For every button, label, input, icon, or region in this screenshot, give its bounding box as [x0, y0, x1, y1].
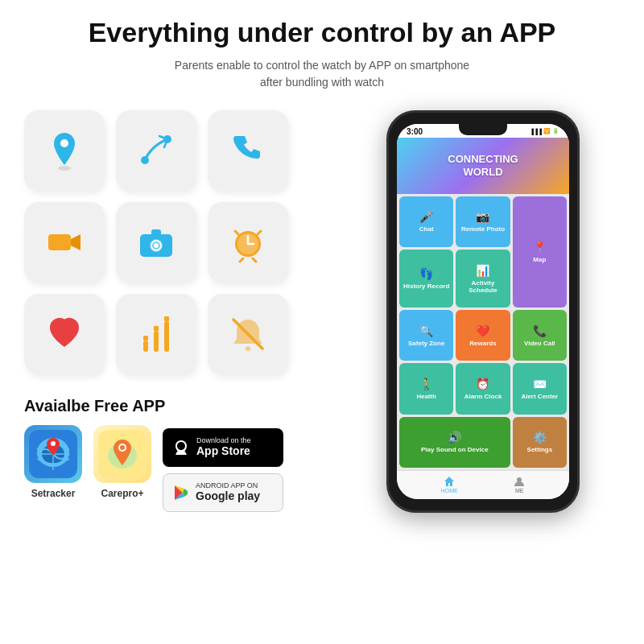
googleplay-small: ANDROID APP ON: [196, 482, 260, 489]
phone-tile-rewards[interactable]: ❤️ Rewards: [456, 310, 510, 361]
right-side: 3:00 ▐▐▐ 🛜 🔋 CONNECTING WORLD: [346, 110, 620, 513]
svg-line-15: [235, 231, 238, 234]
nav-home[interactable]: HOME: [441, 476, 458, 493]
googleplay-big: Google play: [196, 489, 260, 503]
alert-label: Alert Center: [521, 393, 558, 400]
icon-tile-no-bell: [208, 294, 288, 374]
icon-tile-video: [24, 202, 105, 283]
safety-label: Safety Zone: [408, 340, 444, 347]
svg-line-17: [240, 258, 243, 262]
phone-mockup: 3:00 ▐▐▐ 🛜 🔋 CONNECTING WORLD: [386, 110, 580, 513]
phone-bottom-nav: HOME ME: [397, 470, 569, 499]
phone-notch: [459, 124, 507, 135]
phone-app-title: CONNECTING WORLD: [448, 153, 518, 178]
svg-rect-22: [154, 326, 159, 331]
map-label: Map: [533, 256, 546, 263]
icon-tile-camera: [116, 202, 196, 283]
phone-app-grid: 🎤 Chat 📷 Remote Photo 📍 Map: [397, 194, 569, 470]
carepro-app: Carepro+: [93, 425, 151, 499]
phone-time: 3:00: [407, 127, 423, 136]
activity-label: Activity Schedule: [459, 279, 506, 294]
phone-tile-safety[interactable]: 🔍 Safety Zone: [399, 310, 453, 361]
appstore-big: App Store: [196, 444, 251, 458]
svg-rect-4: [48, 234, 71, 250]
chat-icon: 🎤: [419, 210, 433, 223]
play-sound-icon: 🔊: [448, 431, 461, 444]
alarm-label: Alarm Clock: [464, 393, 502, 400]
appstore-button[interactable]: Download on the App Store: [163, 428, 283, 467]
main-container: Everything under control by an APP Paren…: [0, 0, 644, 644]
battery-icon: 🔋: [552, 128, 559, 134]
svg-point-1: [60, 139, 68, 147]
svg-rect-20: [143, 336, 148, 341]
setracker-label: Setracker: [31, 488, 76, 499]
phone-app-header: CONNECTING WORLD: [397, 138, 569, 194]
icon-tile-location: [24, 110, 105, 191]
remote-photo-label: Remote Photo: [461, 225, 505, 233]
nav-me-label: ME: [515, 488, 524, 493]
phone-screen: 3:00 ▐▐▐ 🛜 🔋 CONNECTING WORLD: [397, 124, 569, 499]
svg-point-9: [154, 243, 159, 248]
headline: Everything under control by an APP: [24, 16, 620, 49]
settings-label: Settings: [527, 446, 553, 453]
svg-rect-21: [154, 331, 159, 352]
phone-tile-play-sound[interactable]: 🔊 Play Sound on Device: [399, 417, 510, 468]
history-label: History Record: [403, 283, 449, 290]
carepro-label: Carepro+: [101, 488, 143, 499]
icons-grid: [24, 110, 330, 374]
svg-rect-19: [143, 341, 148, 352]
nav-me[interactable]: ME: [514, 476, 525, 493]
phone-tile-video-call[interactable]: 📞 Video Call: [513, 310, 567, 361]
nav-home-label: HOME: [441, 488, 458, 493]
setracker-logo: [24, 425, 82, 483]
icon-tile-route: [116, 110, 196, 191]
alert-icon: ✉️: [533, 378, 547, 390]
history-icon: 👣: [419, 267, 433, 280]
available-section: Avaialbe Free APP: [24, 397, 330, 512]
rewards-icon: ❤️: [476, 324, 489, 337]
googleplay-text: ANDROID APP ON Google play: [196, 482, 260, 503]
left-side: Avaialbe Free APP: [24, 110, 330, 513]
content-area: Avaialbe Free APP: [24, 110, 620, 513]
carepro-logo: [93, 425, 151, 483]
phone-status-icons: ▐▐▐ 🛜 🔋: [530, 128, 559, 134]
setracker-app: Setracker: [24, 425, 82, 499]
svg-point-25: [246, 346, 250, 351]
phone-tile-activity[interactable]: 📊 Activity Schedule: [456, 250, 510, 308]
rewards-label: Rewards: [469, 340, 496, 347]
phone-tile-health[interactable]: 🚶 Health: [399, 363, 453, 414]
svg-rect-23: [164, 321, 169, 352]
svg-line-18: [253, 258, 256, 262]
store-buttons: Download on the App Store: [163, 428, 283, 512]
wifi-icon: 🛜: [543, 128, 551, 134]
available-title: Avaialbe Free APP: [24, 397, 330, 415]
svg-marker-5: [71, 234, 80, 250]
appstore-text: Download on the App Store: [196, 437, 251, 458]
activity-icon: 📊: [476, 264, 489, 277]
available-row: Setracker: [24, 425, 330, 512]
phone-tile-alert[interactable]: ✉️ Alert Center: [513, 363, 567, 414]
safety-icon: 🔍: [419, 324, 433, 337]
health-label: Health: [416, 393, 436, 400]
googleplay-button[interactable]: ANDROID APP ON Google play: [163, 473, 283, 512]
phone-tile-settings[interactable]: ⚙️ Settings: [513, 417, 567, 468]
svg-point-32: [51, 441, 56, 446]
settings-icon: ⚙️: [533, 431, 547, 444]
phone-tile-remote-photo[interactable]: 📷 Remote Photo: [456, 196, 510, 247]
svg-line-16: [258, 231, 261, 234]
svg-point-36: [120, 445, 125, 450]
play-sound-label: Play Sound on Device: [421, 446, 489, 453]
phone-tile-chat[interactable]: 🎤 Chat: [399, 196, 453, 247]
signal-icon: ▐▐▐: [530, 129, 542, 134]
icon-tile-filter: [116, 294, 196, 374]
icon-tile-heart: [24, 294, 105, 374]
video-call-label: Video Call: [524, 340, 555, 347]
health-icon: 🚶: [419, 378, 433, 390]
appstore-small: Download on the: [196, 437, 251, 444]
icon-tile-phone: [208, 110, 288, 191]
icon-tile-alarm: [208, 202, 288, 283]
svg-rect-10: [151, 229, 161, 236]
phone-tile-map[interactable]: 📍 Map: [513, 196, 567, 308]
phone-tile-history[interactable]: 👣 History Record: [399, 250, 453, 308]
phone-tile-alarm[interactable]: ⏰ Alarm Clock: [456, 363, 510, 414]
